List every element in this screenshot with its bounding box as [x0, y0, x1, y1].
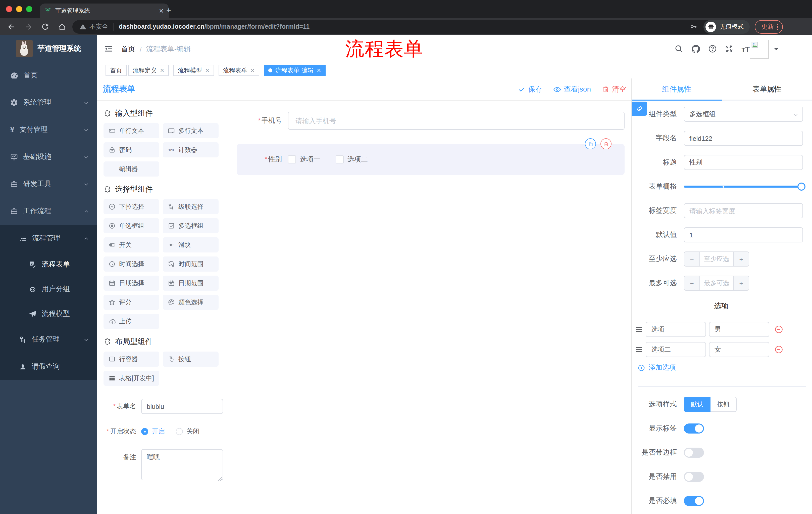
- window-controls[interactable]: [6, 6, 32, 12]
- sidebar-collapse-icon[interactable]: [104, 44, 113, 53]
- back-icon[interactable]: [7, 22, 16, 31]
- forward-icon[interactable]: [24, 22, 33, 31]
- drag-handle-icon[interactable]: [635, 325, 643, 333]
- component-type-select[interactable]: [684, 107, 803, 122]
- phone-field-row[interactable]: *手机号: [237, 112, 625, 130]
- sidebar-item-system[interactable]: 系统管理: [0, 89, 97, 116]
- tag-home[interactable]: 首页: [106, 65, 127, 76]
- gender-option-1-checkbox[interactable]: 选项一: [288, 155, 320, 164]
- option-2-label-input[interactable]: [646, 342, 706, 357]
- palette-item-row-container[interactable]: 行容器: [104, 352, 159, 367]
- phone-input[interactable]: [288, 112, 625, 130]
- palette-item-password[interactable]: 密码: [104, 142, 159, 157]
- status-off-radio[interactable]: 关闭: [176, 427, 200, 436]
- clear-button[interactable]: 清空: [602, 85, 626, 94]
- grid-slider[interactable]: [684, 179, 802, 194]
- minimize-window-button[interactable]: [16, 6, 22, 12]
- palette-item-time-range[interactable]: 时间范围: [163, 256, 219, 272]
- palette-item-upload[interactable]: 上传: [104, 314, 159, 329]
- tag-process-form[interactable]: 流程表单✕: [219, 65, 259, 76]
- field-name-input[interactable]: [684, 131, 803, 146]
- security-warning-icon[interactable]: [79, 23, 86, 30]
- stepper-minus-button[interactable]: −: [685, 276, 700, 290]
- user-avatar[interactable]: [750, 40, 769, 59]
- data-binding-drawer-tab[interactable]: [632, 102, 647, 116]
- update-button[interactable]: 更新: [755, 20, 783, 34]
- sidebar-item-process-model[interactable]: 流程模型: [0, 301, 97, 326]
- palette-item-cascader[interactable]: 级联选择: [163, 199, 219, 214]
- gender-option-2-checkbox[interactable]: 选项二: [336, 155, 368, 164]
- reload-icon[interactable]: [41, 23, 49, 31]
- browser-tab[interactable]: 芋道管理系统 ✕: [40, 3, 169, 18]
- palette-item-time-picker[interactable]: 时间选择: [104, 256, 159, 272]
- duplicate-component-button[interactable]: [585, 138, 596, 150]
- tag-close-icon[interactable]: ✕: [205, 67, 209, 74]
- form-name-input[interactable]: [141, 399, 223, 414]
- with-border-toggle[interactable]: [684, 448, 704, 458]
- sidebar-item-process-mgmt[interactable]: 流程管理: [0, 225, 97, 252]
- palette-item-counter[interactable]: 123计数器: [163, 142, 219, 157]
- option-2-value-input[interactable]: [709, 342, 769, 357]
- palette-item-date-picker[interactable]: 日期选择: [104, 276, 159, 291]
- disabled-toggle[interactable]: [684, 472, 704, 482]
- stepper-plus-button[interactable]: +: [733, 252, 749, 266]
- tab-form-props[interactable]: 表单属性: [722, 78, 812, 100]
- palette-item-editor[interactable]: 编辑器: [104, 161, 159, 177]
- palette-item-table[interactable]: 表格[开发中]: [104, 371, 159, 386]
- palette-item-select[interactable]: 下拉选择: [104, 199, 159, 214]
- palette-item-slider[interactable]: 滑块: [163, 237, 219, 252]
- style-default-button[interactable]: 默认: [684, 397, 710, 412]
- max-select-stepper[interactable]: − 最多可选 +: [684, 276, 749, 291]
- tag-process-form-edit[interactable]: 流程表单-编辑✕: [264, 65, 326, 76]
- option-1-label-input[interactable]: [646, 322, 706, 337]
- browser-menu-icon[interactable]: [777, 24, 778, 30]
- avatar-caret-icon[interactable]: [774, 48, 779, 53]
- search-icon[interactable]: [674, 44, 684, 53]
- tag-close-icon[interactable]: ✕: [250, 67, 255, 74]
- default-value-input[interactable]: [684, 227, 803, 242]
- style-button-button[interactable]: 按钮: [710, 397, 736, 412]
- stepper-minus-button[interactable]: −: [685, 252, 700, 266]
- slider-handle[interactable]: [798, 183, 806, 191]
- tag-close-icon[interactable]: ✕: [317, 67, 321, 74]
- palette-item-single-line-text[interactable]: 单行文本: [104, 123, 159, 138]
- add-option-button[interactable]: 添加选项: [638, 362, 812, 373]
- fullscreen-icon[interactable]: [725, 44, 734, 53]
- status-on-radio[interactable]: 开启: [141, 427, 165, 436]
- font-size-icon[interactable]: ᴛT: [742, 45, 750, 53]
- sidebar-logo[interactable]: 芋道管理系统: [0, 35, 97, 62]
- password-key-icon[interactable]: [689, 23, 697, 31]
- sidebar-item-infrastructure[interactable]: 基础设施: [0, 143, 97, 170]
- sidebar-item-home[interactable]: 首页: [0, 62, 97, 89]
- tag-process-model[interactable]: 流程模型✕: [173, 65, 214, 76]
- sidebar-item-workflow[interactable]: 工作流程: [0, 198, 97, 225]
- maximize-window-button[interactable]: [26, 6, 32, 12]
- new-tab-button[interactable]: +: [166, 7, 171, 14]
- tab-close-icon[interactable]: ✕: [159, 7, 164, 14]
- github-icon[interactable]: [691, 44, 701, 54]
- palette-item-checkbox-group[interactable]: 多选框组: [163, 218, 219, 233]
- palette-item-multi-line-text[interactable]: 多行文本: [163, 123, 219, 138]
- palette-item-date-range[interactable]: 日期范围: [163, 276, 219, 291]
- option-1-value-input[interactable]: [709, 322, 769, 337]
- textarea-resize-handle[interactable]: [218, 477, 222, 481]
- show-label-toggle[interactable]: [684, 424, 704, 434]
- label-width-input[interactable]: [684, 203, 803, 218]
- sidebar-item-payment[interactable]: ¥ 支付管理: [0, 116, 97, 143]
- delete-component-button[interactable]: [601, 138, 611, 150]
- sidebar-item-leave-query[interactable]: 请假查询: [0, 353, 97, 380]
- drag-handle-icon[interactable]: [635, 346, 643, 354]
- address-bar[interactable]: 不安全 dashboard.yudao.iocoder.cn/bpm/manag…: [72, 20, 721, 33]
- save-button[interactable]: 保存: [518, 85, 543, 94]
- sidebar-item-user-group[interactable]: 用户分组: [0, 277, 97, 301]
- remove-option-icon[interactable]: [774, 345, 783, 354]
- palette-item-button[interactable]: 按钮: [163, 352, 219, 367]
- sidebar-item-process-form[interactable]: 流程表单: [0, 252, 97, 277]
- palette-item-radio-group[interactable]: 单选框组: [104, 218, 159, 233]
- sidebar-item-dev-tools[interactable]: 研发工具: [0, 170, 97, 198]
- palette-item-color-picker[interactable]: 颜色选择: [163, 295, 219, 310]
- palette-item-rate[interactable]: 评分: [104, 295, 159, 310]
- form-remark-textarea[interactable]: 嘿嘿: [141, 449, 223, 480]
- required-toggle[interactable]: [684, 496, 704, 506]
- tag-close-icon[interactable]: ✕: [160, 67, 164, 74]
